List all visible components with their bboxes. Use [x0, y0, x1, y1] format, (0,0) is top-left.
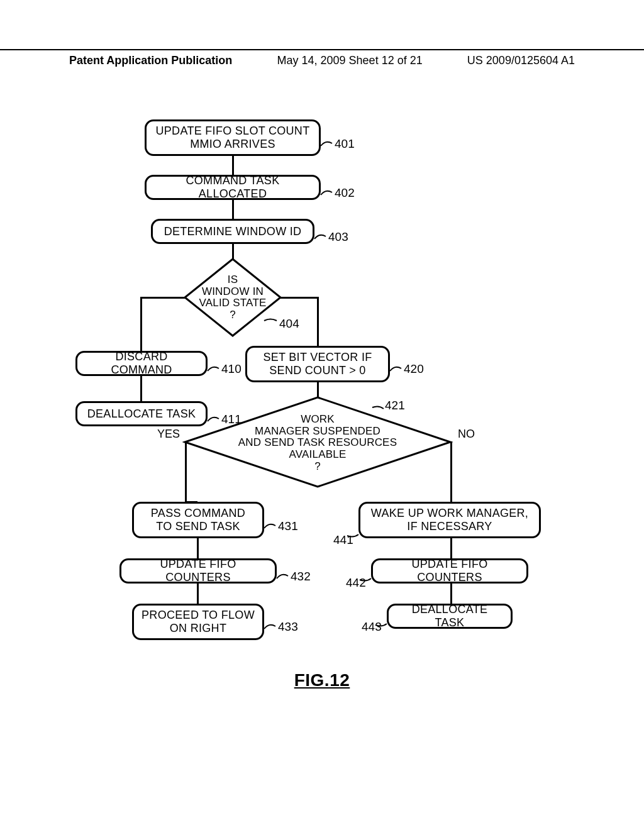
ref-404: 404 [279, 317, 299, 331]
edge-yes: YES [157, 428, 180, 441]
box-441: WAKE UP WORK MANAGER,IF NECESSARY [358, 502, 541, 538]
ref-443: 443 [362, 620, 382, 634]
box-433: PROCEED TO FLOWON RIGHT [132, 604, 264, 640]
edge-no: NO [458, 428, 475, 441]
ref-402: 402 [335, 186, 355, 200]
box-443: DEALLOCATE TASK [387, 604, 513, 629]
ref-441: 441 [333, 533, 353, 547]
header-pub-number: US 2009/0125604 A1 [467, 54, 575, 67]
ref-421: 421 [385, 399, 405, 412]
ref-431: 431 [278, 519, 298, 533]
figure-caption: FIG.12 [0, 670, 644, 690]
page-header: Patent Application Publication May 14, 2… [0, 49, 644, 67]
ref-442: 442 [346, 576, 366, 590]
ref-403: 403 [328, 230, 348, 244]
box-410: DISCARD COMMAND [75, 351, 208, 376]
box-403: DETERMINE WINDOW ID [151, 219, 314, 244]
box-401: UPDATE FIFO SLOT COUNTMMIO ARRIVES [145, 119, 321, 156]
header-publication: Patent Application Publication [69, 54, 232, 67]
flowchart: UPDATE FIFO SLOT COUNTMMIO ARRIVES COMMA… [75, 119, 566, 711]
header-date-sheet: May 14, 2009 Sheet 12 of 21 [277, 54, 423, 67]
ref-401: 401 [335, 137, 355, 151]
ref-410: 410 [221, 362, 242, 376]
diamond-404-text: ISWINDOW INVALID STATE? [182, 274, 283, 321]
box-442: UPDATE FIFO COUNTERS [371, 558, 528, 584]
ref-433: 433 [278, 620, 298, 634]
box-431: PASS COMMANDTO SEND TASK [132, 502, 264, 538]
box-402: COMMAND TASK ALLOCATED [145, 175, 321, 200]
box-420: SET BIT VECTOR IFSEND COUNT > 0 [245, 346, 390, 382]
box-432: UPDATE FIFO COUNTERS [119, 558, 277, 584]
ref-420: 420 [404, 362, 424, 376]
ref-432: 432 [291, 570, 311, 584]
ref-411: 411 [221, 412, 242, 426]
